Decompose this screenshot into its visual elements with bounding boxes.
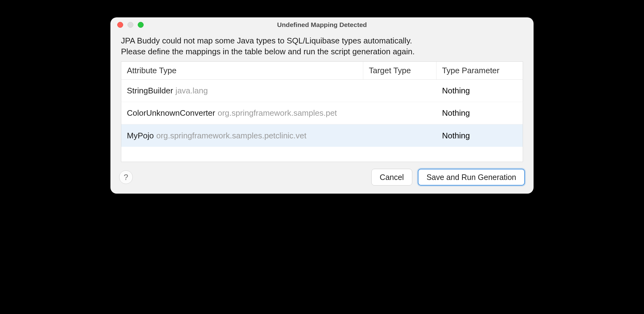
table-body: StringBuilder java.lang Nothing ColorUnk… [121,80,523,147]
close-icon[interactable] [117,22,123,28]
dialog-footer: ? Cancel Save and Run Generation [110,169,534,194]
header-target-type[interactable]: Target Type [363,62,436,79]
cell-attribute-type[interactable]: StringBuilder java.lang [121,80,363,102]
question-mark-icon: ? [124,173,128,182]
cell-target-type[interactable] [363,124,436,147]
dialog-title: Undefined Mapping Detected [115,21,529,29]
attr-name: MyPojo [127,131,154,141]
attr-package: java.lang [176,86,208,96]
dialog-message: JPA Buddy could not map some Java types … [121,35,523,57]
save-and-run-button[interactable]: Save and Run Generation [418,169,525,186]
cell-attribute-type[interactable]: MyPojo org.springframework.samples.petcl… [121,124,363,147]
table-header: Attribute Type Target Type Type Paramete… [121,62,523,80]
cell-target-type[interactable] [363,80,436,102]
minimize-icon [127,22,133,28]
titlebar: Undefined Mapping Detected [110,17,534,32]
cancel-button[interactable]: Cancel [371,169,412,186]
mapping-table: Attribute Type Target Type Type Paramete… [121,61,523,162]
table-empty-area [121,147,523,162]
attr-name: StringBuilder [127,86,173,96]
cell-attribute-type[interactable]: ColorUnknownConverter org.springframewor… [121,102,363,124]
header-type-parameter[interactable]: Type Parameter [436,62,523,79]
cell-type-parameter[interactable]: Nothing [436,102,523,124]
attr-package: org.springframework.samples.petclinic.ve… [156,131,306,141]
cell-target-type[interactable] [363,102,436,124]
attr-package: org.springframework.samples.pet [218,108,337,118]
cell-type-parameter[interactable]: Nothing [436,80,523,102]
table-row[interactable]: StringBuilder java.lang Nothing [121,80,523,102]
dialog-content: JPA Buddy could not map some Java types … [110,32,534,169]
maximize-icon[interactable] [138,22,144,28]
table-row[interactable]: MyPojo org.springframework.samples.petcl… [121,124,523,147]
cell-type-parameter[interactable]: Nothing [436,124,523,147]
table-row[interactable]: ColorUnknownConverter org.springframewor… [121,102,523,124]
dialog-window: Undefined Mapping Detected JPA Buddy cou… [110,17,534,194]
window-controls [117,22,144,28]
header-attribute-type[interactable]: Attribute Type [121,62,363,79]
help-button[interactable]: ? [119,170,133,184]
attr-name: ColorUnknownConverter [127,108,215,118]
message-line-1: JPA Buddy could not map some Java types … [121,36,412,45]
message-line-2: Please define the mappings in the table … [121,47,415,56]
